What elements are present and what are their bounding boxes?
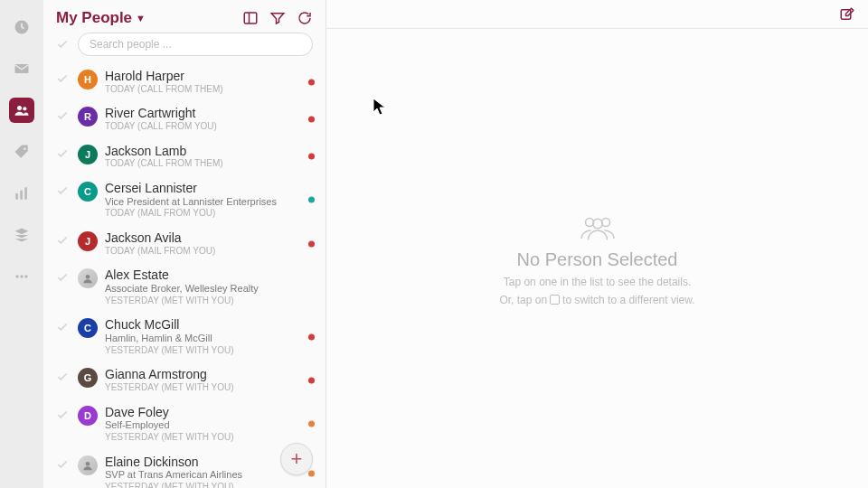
- avatar: [78, 268, 98, 288]
- person-name: Jackson Avila: [105, 230, 313, 246]
- status-dot: [308, 240, 315, 247]
- panel-box-icon: [550, 295, 560, 305]
- person-meta: YESTERDAY (MET WITH YOU): [105, 382, 313, 394]
- avatar: R: [78, 107, 98, 127]
- avatar: C: [78, 318, 98, 338]
- person-name: River Cartwright: [105, 106, 313, 121]
- empty-line-2: Or, tap on to switch to a different view…: [499, 294, 694, 306]
- person-name: Gianna Armstrong: [105, 367, 313, 382]
- person-row[interactable]: CCersei LannisterVice President at Lanni…: [43, 175, 326, 225]
- detail-header: [326, 0, 868, 29]
- status-dot: [308, 154, 315, 160]
- rail-clock[interactable]: [9, 14, 34, 40]
- add-person-button[interactable]: +: [280, 443, 313, 475]
- search-input[interactable]: [78, 33, 313, 56]
- person-meta: TODAY (CALL FROM THEM): [105, 158, 313, 170]
- people-group-icon: [576, 211, 619, 244]
- svg-point-16: [585, 218, 593, 226]
- status-dot: [308, 116, 315, 122]
- svg-rect-11: [244, 13, 257, 23]
- svg-point-3: [23, 107, 26, 110]
- list-title-dropdown[interactable]: My People ▼: [56, 9, 146, 27]
- rail-more[interactable]: [9, 264, 34, 289]
- row-check-icon[interactable]: [56, 267, 71, 284]
- avatar: D: [78, 406, 98, 426]
- person-name: Dave Foley: [105, 405, 313, 420]
- rail-stats[interactable]: [9, 181, 34, 206]
- select-all-check-icon[interactable]: [56, 38, 69, 51]
- list-header-actions: [242, 10, 313, 26]
- status-dot: [308, 333, 315, 340]
- filter-icon[interactable]: [269, 10, 286, 26]
- svg-point-9: [20, 275, 23, 277]
- person-row[interactable]: Alex EstateAssociate Broker, Wellesley R…: [43, 262, 326, 312]
- svg-rect-7: [24, 187, 27, 199]
- panel-toggle-icon[interactable]: [242, 10, 259, 26]
- svg-point-4: [24, 147, 26, 150]
- avatar: G: [78, 368, 98, 388]
- rail-mail[interactable]: [9, 56, 34, 81]
- search-row: [43, 33, 326, 63]
- person-subtitle: Vice President at Lannister Enterprises: [105, 196, 313, 209]
- empty-title: No Person Selected: [517, 249, 678, 270]
- person-meta: TODAY (MAIL FROM YOU): [105, 246, 313, 258]
- compose-icon[interactable]: [839, 6, 855, 23]
- list-header: My People ▼: [43, 0, 326, 33]
- person-meta: YESTERDAY (MET WITH YOU): [105, 482, 313, 488]
- avatar: J: [78, 145, 98, 164]
- avatar: C: [78, 182, 98, 202]
- refresh-icon[interactable]: [297, 10, 313, 26]
- person-meta: TODAY (CALL FROM THEM): [105, 84, 313, 96]
- person-meta: YESTERDAY (MET WITH YOU): [105, 296, 313, 307]
- avatar: [78, 455, 98, 475]
- detail-column: No Person Selected Tap on one in the lis…: [326, 0, 868, 488]
- status-dot: [308, 197, 315, 203]
- person-row[interactable]: HHarold HarperTODAY (CALL FROM THEM): [43, 63, 326, 100]
- rail-people[interactable]: [9, 98, 34, 123]
- person-row[interactable]: JJackson AvilaTODAY (MAIL FROM YOU): [43, 225, 326, 262]
- status-dot: [308, 377, 315, 383]
- person-meta: YESTERDAY (MET WITH YOU): [105, 432, 313, 444]
- svg-rect-6: [20, 191, 23, 200]
- svg-rect-5: [15, 193, 18, 200]
- person-row[interactable]: GGianna ArmstrongYESTERDAY (MET WITH YOU…: [43, 361, 326, 399]
- status-dot: [308, 421, 315, 427]
- row-check-icon[interactable]: [56, 230, 71, 247]
- svg-point-10: [24, 275, 27, 277]
- avatar: J: [78, 231, 98, 251]
- rail-stack[interactable]: [9, 222, 34, 248]
- svg-point-14: [86, 462, 90, 466]
- row-check-icon[interactable]: [56, 106, 71, 122]
- list-title-text: My People: [56, 9, 132, 27]
- people-list[interactable]: HHarold HarperTODAY (CALL FROM THEM)RRiv…: [43, 63, 326, 488]
- person-row[interactable]: CChuck McGillHamlin, Hamlin & McGillYEST…: [43, 312, 326, 361]
- person-row[interactable]: DDave FoleySelf-EmployedYESTERDAY (MET W…: [43, 399, 326, 449]
- row-check-icon[interactable]: [56, 405, 71, 421]
- svg-point-18: [592, 219, 602, 229]
- row-check-icon[interactable]: [56, 69, 71, 85]
- row-check-icon[interactable]: [56, 144, 71, 160]
- person-meta: YESTERDAY (MET WITH YOU): [105, 345, 313, 357]
- person-row[interactable]: RRiver CartwrightTODAY (CALL FROM YOU): [43, 100, 326, 137]
- person-meta: TODAY (CALL FROM YOU): [105, 121, 313, 133]
- svg-point-2: [17, 106, 22, 110]
- person-name: Cersei Lannister: [105, 181, 313, 196]
- caret-down-icon: ▼: [136, 13, 146, 23]
- person-subtitle: Hamlin, Hamlin & McGill: [105, 333, 313, 345]
- status-dot: [308, 471, 315, 477]
- row-check-icon[interactable]: [56, 181, 71, 197]
- person-name: Harold Harper: [105, 69, 313, 84]
- svg-point-17: [601, 218, 609, 226]
- rail-tag[interactable]: [9, 139, 34, 164]
- svg-point-8: [15, 275, 18, 277]
- person-subtitle: Associate Broker, Wellesley Realty: [105, 283, 313, 296]
- row-check-icon[interactable]: [56, 367, 71, 383]
- person-row[interactable]: JJackson LambTODAY (CALL FROM THEM): [43, 138, 326, 175]
- person-subtitle: Self-Employed: [105, 419, 313, 432]
- avatar: H: [78, 70, 98, 89]
- person-name: Chuck McGill: [105, 317, 313, 333]
- person-name: Jackson Lamb: [105, 144, 313, 159]
- row-check-icon[interactable]: [56, 455, 71, 471]
- row-check-icon[interactable]: [56, 317, 71, 333]
- status-dot: [308, 79, 315, 85]
